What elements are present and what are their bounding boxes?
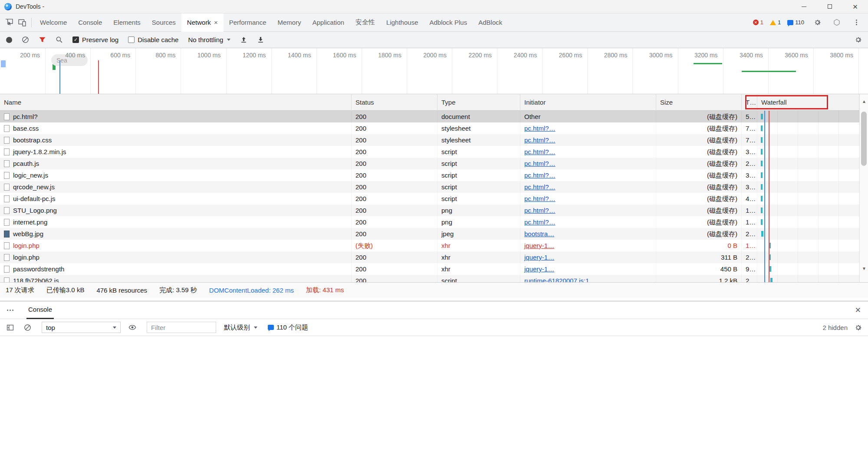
tab-label: Lighthouse	[386, 19, 418, 26]
column-header-size[interactable]: Size	[656, 94, 742, 111]
inspect-element-button[interactable]	[3, 16, 16, 29]
network-request-row[interactable]: login.php200xhrjquery-1…311 B2…	[0, 251, 868, 263]
device-toolbar-button[interactable]	[16, 16, 29, 29]
network-request-row[interactable]: jquery-1.8.2.min.js200scriptpc.html?…(磁盘…	[0, 146, 868, 158]
column-header-time[interactable]: T…	[742, 94, 757, 111]
network-request-row[interactable]: passwordstrength200xhrjquery-1…450 B9…	[0, 263, 868, 275]
tab-elements[interactable]: Elements	[108, 13, 146, 32]
record-button[interactable]	[6, 37, 12, 43]
tab-安全性[interactable]: 安全性	[350, 13, 381, 32]
network-request-row[interactable]: STU_Logo.png200pngpc.html?…(磁盘缓存)1…	[0, 204, 868, 216]
tab-adblock[interactable]: AdBlock	[473, 13, 508, 32]
network-overview[interactable]: Sea 200 ms400 ms600 ms800 ms1000 ms1200 …	[0, 48, 868, 94]
export-har-button[interactable]	[257, 36, 264, 43]
console-sidebar-button[interactable]	[3, 321, 16, 334]
network-request-row[interactable]: 118.fb72b062.js200scriptruntime-61820007…	[0, 275, 868, 282]
column-header-name[interactable]: Name	[0, 94, 352, 111]
network-request-row[interactable]: pcauth.js200scriptpc.html?…(磁盘缓存)2…	[0, 158, 868, 169]
network-request-row[interactable]: ui-default-pc.js200scriptpc.html?…(磁盘缓存)…	[0, 193, 868, 204]
drawer-close-icon[interactable]: ✕	[855, 306, 861, 315]
status-cell: 200	[352, 204, 437, 216]
initiator-link[interactable]: jquery-1…	[524, 265, 554, 273]
initiator-link[interactable]: pc.html?…	[524, 125, 556, 132]
tab-sources[interactable]: Sources	[146, 13, 181, 32]
error-badge[interactable]: ✕ 1	[753, 19, 763, 26]
console-settings-button[interactable]	[855, 324, 862, 331]
drawer-tab-console[interactable]: Console	[26, 301, 54, 319]
file-icon	[4, 113, 10, 120]
tab-welcome[interactable]: Welcome	[34, 13, 72, 32]
tab-lighthouse[interactable]: Lighthouse	[381, 13, 424, 32]
initiator-cell: pc.html?…	[520, 181, 656, 193]
initiator-link[interactable]: pc.html?…	[524, 148, 556, 155]
initiator-link[interactable]: pc.html?…	[524, 160, 556, 167]
tab-application[interactable]: Application	[307, 13, 350, 32]
initiator-link[interactable]: bootstra…	[524, 230, 554, 237]
issues-counter[interactable]: 110 个问题	[268, 323, 308, 332]
console-filter-input[interactable]	[147, 322, 216, 333]
more-options-button[interactable]	[850, 16, 863, 29]
network-request-row[interactable]: bootstrap.css200stylesheetpc.html?…(磁盘缓存…	[0, 134, 868, 146]
tab-adblock-plus[interactable]: Adblock Plus	[424, 13, 473, 32]
request-name: passwordstrength	[13, 263, 64, 275]
tab-network[interactable]: Network×	[181, 13, 224, 32]
clear-icon	[24, 324, 31, 331]
request-name: login.php	[13, 240, 39, 251]
table-scrollbar[interactable]: ▲ ▼	[859, 94, 868, 282]
network-request-row[interactable]: base.css200stylesheetpc.html?…(磁盘缓存)7…	[0, 122, 868, 134]
preserve-log-checkbox[interactable]: ✓ Preserve log	[72, 36, 118, 43]
clear-console-button[interactable]	[21, 321, 34, 334]
column-header-initiator[interactable]: Initiator	[520, 94, 656, 111]
initiator-link[interactable]: pc.html?…	[524, 171, 556, 179]
close-button[interactable]: ✕	[842, 0, 868, 13]
tab-performance[interactable]: Performance	[224, 13, 272, 32]
toolbar-divider	[31, 18, 32, 27]
initiator-link[interactable]: runtime-61820007.js:1	[524, 277, 589, 282]
maximize-button[interactable]	[817, 0, 842, 13]
clear-icon	[22, 36, 29, 43]
context-selector[interactable]: top	[42, 322, 121, 333]
tab-console[interactable]: Console	[72, 13, 108, 32]
tab-label: 安全性	[355, 18, 375, 26]
network-request-row[interactable]: internet.png200pngpc.html?…(磁盘缓存)1…	[0, 216, 868, 228]
filter-button[interactable]	[39, 36, 46, 43]
initiator-link[interactable]: pc.html?…	[524, 183, 556, 191]
initiator-link[interactable]: pc.html?…	[524, 195, 556, 202]
network-request-row[interactable]: pc.html?200documentOther(磁盘缓存)5…	[0, 111, 868, 122]
node-button[interactable]	[830, 16, 843, 29]
waterfall-cell	[757, 134, 859, 146]
scrollbar-thumb[interactable]	[861, 112, 867, 166]
network-request-row[interactable]: qrcode_new.js200scriptpc.html?…(磁盘缓存)3…	[0, 181, 868, 193]
clear-network-log-button[interactable]	[22, 36, 29, 43]
scroll-up-icon[interactable]: ▲	[860, 98, 868, 106]
column-header-status[interactable]: Status	[352, 94, 437, 111]
disable-cache-checkbox[interactable]: Disable cache	[128, 36, 178, 43]
more-tabs-icon[interactable]	[7, 310, 13, 311]
network-settings-button[interactable]	[855, 36, 862, 43]
settings-gear-button[interactable]	[811, 16, 824, 29]
scroll-down-icon[interactable]: ▼	[860, 265, 868, 273]
import-har-button[interactable]	[240, 36, 247, 43]
live-expression-button[interactable]	[126, 321, 139, 334]
network-request-row[interactable]: logic_new.js200scriptpc.html?…(磁盘缓存)3…	[0, 169, 868, 181]
initiator-link[interactable]: pc.html?…	[524, 218, 556, 226]
initiator-cell: runtime-61820007.js:1	[520, 275, 656, 282]
initiator-link[interactable]: pc.html?…	[524, 136, 556, 144]
search-button[interactable]	[56, 36, 63, 43]
issues-badge[interactable]: 110	[787, 19, 804, 26]
tab-memory[interactable]: Memory	[272, 13, 307, 32]
request-name: webBg.jpg	[13, 228, 43, 240]
network-request-row[interactable]: login.php(失败)xhrjquery-1…0 B1…	[0, 240, 868, 251]
initiator-link[interactable]: jquery-1…	[524, 254, 554, 261]
tab-close-icon[interactable]: ×	[214, 19, 218, 26]
column-header-type[interactable]: Type	[437, 94, 520, 111]
initiator-link[interactable]: pc.html?…	[524, 207, 556, 214]
dcl-event-line	[764, 111, 765, 282]
initiator-link[interactable]: jquery-1…	[524, 242, 554, 249]
warning-badge[interactable]: 1	[770, 19, 781, 26]
column-header-waterfall[interactable]: Waterfall	[757, 94, 859, 111]
log-level-dropdown[interactable]: 默认级别	[224, 323, 257, 332]
throttling-select[interactable]: No throttling	[188, 36, 230, 43]
minimize-button[interactable]	[791, 0, 817, 13]
network-request-row[interactable]: webBg.jpg200jpegbootstra…(磁盘缓存)2…	[0, 228, 868, 240]
